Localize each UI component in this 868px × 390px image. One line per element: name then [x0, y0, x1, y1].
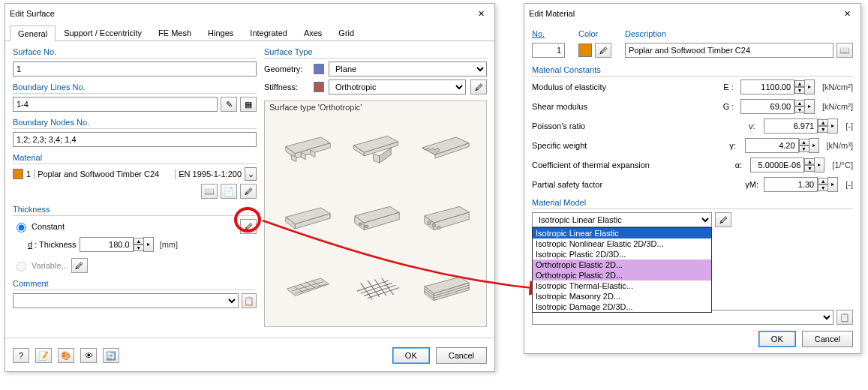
thickness-edit-icon[interactable]: 🖉 — [240, 219, 257, 234]
material-standard: EN 1995-1-1:200 — [179, 170, 242, 178]
desc-library-icon[interactable]: 📖 — [836, 43, 853, 58]
material-constant-row: Poisson's ratioν:▲▼▸[-] — [532, 118, 853, 134]
surface-no-input[interactable] — [13, 62, 257, 76]
geometry-select[interactable]: Plane — [329, 62, 487, 76]
material-index: 1 — [26, 170, 31, 178]
notes-icon[interactable]: 📝 — [35, 348, 52, 363]
description-input[interactable] — [625, 43, 833, 58]
stiffness-edit-icon[interactable]: 🖉 — [470, 80, 487, 94]
cancel-button[interactable]: Cancel — [802, 331, 853, 347]
tab-grid[interactable]: Grid — [330, 25, 362, 40]
color-swatch[interactable] — [578, 44, 592, 57]
geometry-color-swatch — [314, 64, 324, 74]
constant-input[interactable] — [740, 99, 794, 114]
constant-symbol: G : — [721, 102, 736, 111]
constant-spinner[interactable]: ▲▼▸ — [750, 158, 824, 172]
model-option[interactable]: Orthotropic Elastic 2D... — [533, 260, 711, 270]
thickness-constant-radio[interactable]: Constant — [13, 220, 65, 232]
ok-button[interactable]: OK — [392, 347, 430, 364]
dialog-title: Edit Material — [529, 9, 838, 18]
model-option[interactable]: Isotropic Thermal-Elastic... — [533, 280, 711, 291]
view-icon[interactable]: 👁 — [80, 348, 97, 363]
titlebar[interactable]: Edit Material ✕ — [524, 4, 860, 23]
thickness-variable-radio[interactable]: Variable... — [13, 260, 68, 272]
secondary-copy-icon[interactable]: 📋 — [836, 310, 853, 325]
constant-symbol: E : — [721, 82, 736, 92]
ortho-thumb-tee-beam — [349, 118, 401, 178]
comment-edit-icon[interactable]: 📋 — [242, 293, 257, 308]
constant-spinner[interactable]: ▲▼▸ — [740, 99, 815, 114]
material-constant-row: Modulus of elasticityE :▲▼▸[kN/cm²] — [532, 80, 853, 94]
desc-label: Description — [625, 29, 853, 40]
tab-support[interactable]: Support / Eccentricity — [56, 25, 150, 40]
material-new-icon[interactable]: 📄 — [221, 184, 237, 199]
colors-icon[interactable]: 🎨 — [58, 348, 74, 363]
thickness-label: d : Thickness — [28, 240, 77, 249]
tab-fe-mesh[interactable]: FE Mesh — [150, 25, 200, 40]
ortho-thumb-waffle-slab — [280, 259, 332, 319]
model-edit-icon[interactable]: 🖉 — [715, 212, 731, 227]
material-constant-row: Shear modulusG :▲▼▸[kN/cm²] — [532, 99, 853, 114]
svg-point-1 — [365, 225, 368, 227]
material-model-options-list[interactable]: Isotropic Linear Elastic Isotropic Nonli… — [532, 227, 712, 313]
ortho-thumb-voided-slab — [349, 188, 401, 248]
constant-label: Poisson's ratio — [532, 122, 740, 130]
constant-spinner[interactable]: ▲▼▸ — [764, 177, 838, 192]
constant-input[interactable] — [750, 158, 804, 172]
comment-select[interactable] — [13, 293, 239, 308]
cancel-button[interactable]: Cancel — [436, 347, 487, 364]
material-constant-row: Specific weightγ:▲▼▸[kN/m³] — [532, 138, 853, 153]
group-thickness: Thickness — [13, 205, 257, 216]
dialog-title: Edit Surface — [10, 9, 472, 18]
help-icon[interactable]: ? — [13, 348, 29, 363]
close-icon[interactable]: ✕ — [838, 9, 856, 19]
material-dropdown-icon[interactable]: ⌄ — [245, 167, 257, 181]
material-edit-icon[interactable]: 🖉 — [240, 184, 257, 199]
tab-general[interactable]: General — [10, 26, 56, 41]
select-lines-icon[interactable]: ▦ — [240, 97, 257, 112]
material-constant-row: Partial safety factorγM:▲▼▸[-] — [532, 177, 853, 192]
ok-button[interactable]: OK — [758, 331, 796, 347]
model-option[interactable]: Isotropic Nonlinear Elastic 2D/3D... — [533, 238, 711, 249]
group-surface-no: Surface No. — [13, 47, 257, 58]
constant-input[interactable] — [764, 177, 818, 192]
model-option[interactable]: Isotropic Masonry 2D... — [533, 291, 711, 302]
stiffness-color-swatch — [314, 82, 324, 92]
boundary-lines-input[interactable] — [13, 97, 218, 112]
constant-unit: [-] — [845, 180, 853, 189]
constant-label: Partial safety factor — [532, 180, 740, 189]
thickness-input[interactable] — [80, 237, 134, 252]
tab-integrated[interactable]: Integrated — [242, 25, 296, 40]
model-option[interactable]: Isotropic Damage 2D/3D... — [533, 302, 711, 312]
constant-input[interactable] — [740, 80, 794, 94]
color-pick-icon[interactable]: 🖉 — [595, 43, 611, 58]
constant-input[interactable] — [745, 138, 799, 153]
boundary-nodes-input[interactable] — [13, 132, 257, 147]
thickness-unit: [mm] — [160, 240, 178, 249]
constant-input[interactable] — [764, 118, 818, 134]
thickness-spinner[interactable]: ▲▼ ▸ — [80, 237, 154, 252]
tab-hinges[interactable]: Hinges — [200, 25, 242, 40]
titlebar[interactable]: Edit Surface ✕ — [5, 4, 494, 23]
constant-spinner[interactable]: ▲▼▸ — [745, 138, 819, 153]
stiffness-select[interactable]: Orthotropic — [329, 80, 466, 94]
group-boundary-nodes: Boundary Nodes No. — [13, 118, 257, 129]
constant-spinner[interactable]: ▲▼▸ — [740, 80, 815, 94]
constant-label: Modulus of elasticity — [532, 82, 716, 92]
pick-lines-icon[interactable]: ✎ — [221, 97, 237, 112]
refresh-icon[interactable]: 🔄 — [103, 348, 119, 363]
model-option[interactable]: Isotropic Linear Elastic — [533, 228, 711, 238]
close-icon[interactable]: ✕ — [472, 9, 490, 19]
tab-axes[interactable]: Axes — [296, 25, 330, 40]
model-option[interactable]: Orthotropic Plastic 2D... — [533, 270, 711, 280]
thickness-variable-edit-icon[interactable]: 🖉 — [71, 258, 88, 273]
material-library-icon[interactable]: 📖 — [201, 184, 218, 199]
material-model-dropdown[interactable]: Isotropic Linear Elastic Isotropic Linea… — [532, 212, 712, 227]
no-label: No. — [532, 29, 565, 40]
material-no-input[interactable] — [532, 43, 565, 58]
constant-spinner[interactable]: ▲▼▸ — [764, 118, 838, 134]
ortho-thumb-trapezoid-sheet — [419, 118, 471, 178]
constant-unit: [kN/cm²] — [822, 82, 853, 92]
group-material-constants: Material Constants — [532, 65, 853, 76]
model-option[interactable]: Isotropic Plastic 2D/3D... — [533, 249, 711, 260]
